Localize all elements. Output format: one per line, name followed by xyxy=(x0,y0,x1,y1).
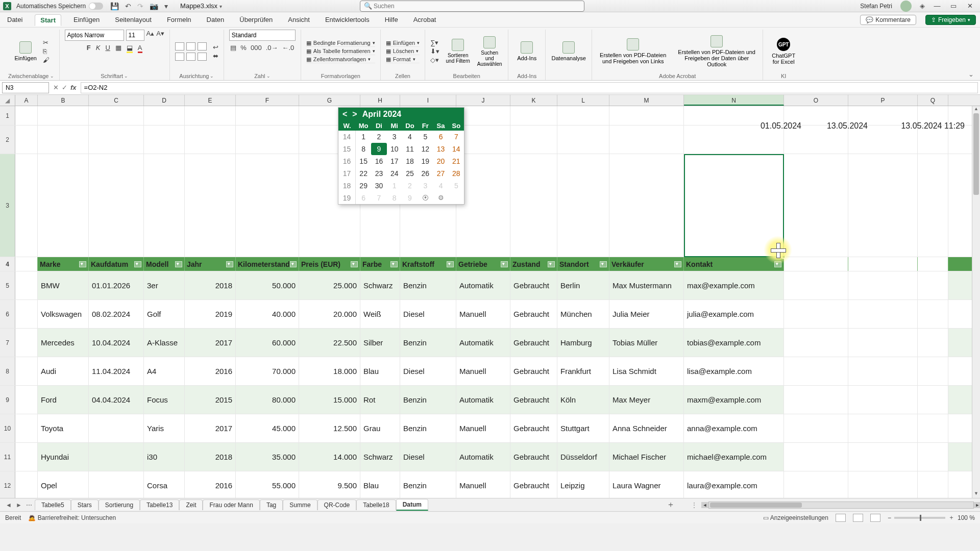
column-header-L[interactable]: L xyxy=(557,95,609,106)
row-header[interactable]: 5 xyxy=(0,271,15,299)
calendar-day[interactable]: 11 xyxy=(402,143,418,155)
cell-styles-button[interactable]: ▦Zellenformatvorlagen▾ xyxy=(306,56,375,63)
filter-icon[interactable] xyxy=(351,261,358,267)
column-header-C[interactable]: C xyxy=(89,95,144,106)
camera-icon[interactable]: 📷 xyxy=(150,2,158,10)
chatgpt-button[interactable]: GPTChatGPTfor Excel xyxy=(768,38,799,65)
sheet-tab-zeit[interactable]: Zeit xyxy=(179,499,203,510)
filter-icon[interactable] xyxy=(674,261,681,267)
table-cell[interactable]: 20.000 xyxy=(299,300,360,328)
table-cell[interactable]: Grau xyxy=(360,414,400,442)
calendar-day[interactable]: 3 xyxy=(387,131,402,143)
cell[interactable] xyxy=(89,154,144,257)
avatar[interactable] xyxy=(900,1,912,12)
table-cell[interactable]: 80.000 xyxy=(236,386,299,414)
table-cell[interactable]: Berlin xyxy=(557,271,609,299)
table-header-getriebe[interactable]: Getriebe xyxy=(456,257,510,271)
menu-tab-acrobat[interactable]: Acrobat xyxy=(410,14,439,25)
display-settings-button[interactable]: ▭ Anzeigeeinstellungen xyxy=(763,514,828,521)
calendar-day[interactable]: 3 xyxy=(418,180,433,192)
table-cell[interactable]: Anna Schneider xyxy=(609,414,684,442)
sheet-tab-qr-code[interactable]: QR-Code xyxy=(317,499,357,510)
calendar-day[interactable]: 10 xyxy=(387,143,402,155)
filter-icon[interactable] xyxy=(501,261,508,267)
table-cell[interactable]: Toyota xyxy=(38,414,89,442)
table-cell[interactable]: 2016 xyxy=(185,357,236,385)
calendar-day[interactable]: 19 xyxy=(418,155,433,167)
table-cell[interactable]: 08.02.2024 xyxy=(89,300,144,328)
table-cell[interactable]: Max Mustermann xyxy=(609,271,684,299)
table-cell[interactable]: Golf xyxy=(144,300,185,328)
filter-icon[interactable] xyxy=(548,261,555,267)
sheet-tab-stars[interactable]: Stars xyxy=(71,499,99,510)
zoom-out-button[interactable]: − xyxy=(888,514,891,521)
cell[interactable] xyxy=(144,106,185,125)
calendar-day[interactable]: 7 xyxy=(449,131,464,143)
calendar-day[interactable]: 17 xyxy=(387,155,402,167)
minimize-button[interactable]: — xyxy=(933,2,941,10)
table-header-preis-eur-[interactable]: Preis (EUR) xyxy=(299,257,360,271)
cell[interactable] xyxy=(38,154,89,257)
calendar-day[interactable]: 15 xyxy=(356,155,371,167)
save-icon[interactable]: 💾 xyxy=(110,2,119,10)
fill-icon[interactable]: ⬇▾ xyxy=(430,47,439,55)
table-cell[interactable]: Schwarz xyxy=(360,443,400,471)
table-header-kilometerstand[interactable]: Kilometerstand xyxy=(236,257,299,271)
table-cell[interactable]: Gebraucht xyxy=(510,414,557,442)
cut-icon[interactable]: ✂ xyxy=(43,39,50,46)
table-header-marke[interactable]: Marke xyxy=(38,257,89,271)
date-picker-calendar[interactable]: < > April 2024 W.MoDiMiDoFrSaSo 14123456… xyxy=(338,107,464,205)
table-cell[interactable]: 2017 xyxy=(185,414,236,442)
table-cell[interactable]: Frankfurt xyxy=(557,357,609,385)
search-input[interactable] xyxy=(360,1,584,12)
table-cell[interactable]: Tobias Müller xyxy=(609,329,684,357)
row-header[interactable]: 12 xyxy=(0,471,15,498)
wrap-text-icon[interactable]: ↩ xyxy=(213,43,218,51)
table-cell[interactable]: tobias@example.com xyxy=(684,329,784,357)
table-cell[interactable]: Automatik xyxy=(456,443,510,471)
table-cell[interactable]: Benzin xyxy=(400,414,456,442)
table-cell[interactable]: Manuell xyxy=(456,414,510,442)
cell[interactable] xyxy=(918,154,948,257)
calendar-day[interactable]: 1 xyxy=(356,131,371,143)
table-cell[interactable]: Yaris xyxy=(144,414,185,442)
column-header-K[interactable]: K xyxy=(510,95,557,106)
menu-tab-seitenlayout[interactable]: Seitenlayout xyxy=(112,14,155,25)
format-as-table-button[interactable]: ▦Als Tabelle formatieren▾ xyxy=(306,48,375,55)
table-cell[interactable]: 60.000 xyxy=(236,329,299,357)
calendar-day[interactable]: 7 xyxy=(371,192,386,204)
calendar-day[interactable]: 25 xyxy=(402,167,418,180)
comma-icon[interactable]: 000 xyxy=(251,44,262,52)
table-cell[interactable]: Focus xyxy=(144,386,185,414)
format-cells-button[interactable]: ▦Format▾ xyxy=(386,56,420,63)
copy-icon[interactable]: ⎘ xyxy=(43,47,50,55)
table-header-standort[interactable]: Standort xyxy=(557,257,609,271)
table-cell[interactable]: michael@example.com xyxy=(684,443,784,471)
tab-nav-next[interactable]: ► xyxy=(14,502,23,509)
cell[interactable] xyxy=(510,154,557,257)
menu-tab-datei[interactable]: Datei xyxy=(4,14,26,25)
table-cell[interactable]: Opel xyxy=(38,471,89,498)
menu-tab-ansicht[interactable]: Ansicht xyxy=(285,14,313,25)
table-cell[interactable]: Weiß xyxy=(360,300,400,328)
chevron-down-icon[interactable]: ▾ xyxy=(219,4,222,9)
column-header-Q[interactable]: Q xyxy=(918,95,948,106)
table-header-verk-ufer[interactable]: Verkäufer xyxy=(609,257,684,271)
table-header-farbe[interactable]: Farbe xyxy=(360,257,400,271)
cell[interactable] xyxy=(144,126,185,154)
table-cell[interactable]: Manuell xyxy=(456,300,510,328)
column-header-I[interactable]: I xyxy=(400,95,456,106)
border-icon[interactable]: ▦ xyxy=(115,44,121,53)
table-cell[interactable]: Schwarz xyxy=(360,271,400,299)
table-cell[interactable]: Silber xyxy=(360,329,400,357)
sheet-tab-tabelle5[interactable]: Tabelle5 xyxy=(35,499,71,510)
row-header[interactable]: 3 xyxy=(0,154,15,257)
cell-o2[interactable]: 13.05.2024 xyxy=(812,121,868,131)
menu-tab-hilfe[interactable]: Hilfe xyxy=(382,14,401,25)
table-cell[interactable]: Lisa Schmidt xyxy=(609,357,684,385)
table-cell[interactable]: Manuell xyxy=(456,471,510,498)
table-cell[interactable]: Düsseldorf xyxy=(557,443,609,471)
formula-input[interactable] xyxy=(81,82,978,93)
cell[interactable] xyxy=(236,126,299,154)
format-painter-icon[interactable]: 🖌 xyxy=(43,56,50,64)
